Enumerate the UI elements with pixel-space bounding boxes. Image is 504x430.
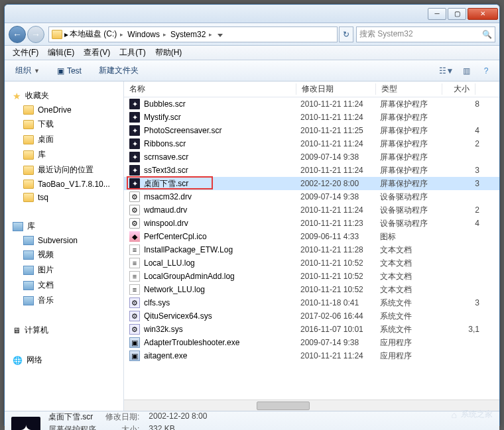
file-name: wdmaud.drv (144, 205, 300, 215)
forward-button[interactable]: → (27, 26, 44, 43)
sidebar-item[interactable]: 桌面 (10, 132, 118, 147)
scrollbar-thumb[interactable] (257, 402, 310, 410)
file-row[interactable]: ≡LocalGroupAdminAdd.log2010-11-21 10:52文… (124, 270, 499, 283)
computer-header[interactable]: 🖥 计算机 (10, 323, 118, 338)
file-row[interactable]: ✦Mystify.scr2010-11-21 11:24屏幕保护程序 (124, 111, 499, 124)
mod-date-value: 2002-12-20 8:00 (149, 411, 212, 423)
details-pane: ✦ 桌面下雪.scr 修改日期: 2002-12-20 8:00 屏幕保护程序 … (5, 411, 499, 430)
organize-button[interactable]: 组织 ▼ (10, 63, 45, 78)
help-button[interactable]: ? (478, 64, 494, 78)
sidebar-item[interactable]: TaoBao_V1.7.8.10... (10, 178, 118, 191)
file-row[interactable]: ✦PhotoScreensaver.scr2010-11-21 11:25屏幕保… (124, 124, 499, 137)
file-row[interactable]: ≡Local_LLU.log2010-11-21 10:52文本文档 (124, 256, 499, 270)
file-name: Mystify.scr (144, 113, 300, 122)
file-row[interactable]: ⚙wdmaud.drv2010-11-21 11:24设备驱动程序2 (124, 203, 499, 217)
test-button[interactable]: ▣ Test (52, 64, 87, 78)
file-name: Bubbles.scr (144, 99, 300, 109)
folder-icon (23, 150, 34, 160)
library-icon (23, 236, 34, 245)
col-name[interactable]: 名称 (124, 83, 296, 95)
close-button[interactable]: ✕ (468, 8, 498, 20)
file-list[interactable]: ✦Bubbles.scr2010-11-21 11:24屏幕保护程序8✦Myst… (124, 97, 499, 400)
titlebar[interactable]: ─ ▢ ✕ (5, 5, 499, 23)
file-name: AdapterTroubleshooter.exe (144, 338, 300, 347)
sidebar-item[interactable]: tsq (10, 191, 118, 204)
file-row[interactable]: ⚙win32k.sys2016-11-07 10:01系统文件3,1 (124, 323, 499, 336)
view-mode-button[interactable]: ☷ ▼ (438, 64, 454, 78)
minimize-button[interactable]: ─ (428, 8, 446, 20)
file-date: 2009-07-14 9:38 (300, 338, 380, 347)
file-row[interactable]: ✦scrnsave.scr2009-07-14 9:38屏幕保护程序 (124, 150, 499, 164)
sidebar-item[interactable]: 最近访问的位置 (10, 162, 118, 178)
file-icon: ≡ (129, 284, 140, 295)
menu-tools[interactable]: 工具(T) (115, 46, 149, 60)
file-row[interactable]: ≡Network_LLU.log2010-11-21 10:52文本文档 (124, 283, 499, 296)
menu-view[interactable]: 查看(V) (80, 46, 114, 60)
col-type[interactable]: 类型 (376, 83, 442, 95)
network-header[interactable]: 🌐 网络 (10, 352, 118, 368)
drive-icon (52, 30, 62, 39)
file-row[interactable]: ▣AdapterTroubleshooter.exe2009-07-14 9:3… (124, 336, 499, 349)
file-date: 2002-12-20 8:00 (300, 179, 380, 188)
file-row[interactable]: ✦Ribbons.scr2010-11-21 11:24屏幕保护程序2 (124, 137, 499, 150)
file-row[interactable]: ⚙winspool.drv2010-11-21 11:23设备驱动程序4 (124, 217, 499, 230)
address-dropdown[interactable] (214, 30, 226, 39)
breadcrumb[interactable]: Windows▸ (125, 30, 168, 39)
file-size: 4 (446, 126, 479, 135)
file-row[interactable]: ⚙msacm32.drv2009-07-14 9:38设备驱动程序 (124, 190, 499, 203)
sidebar-item[interactable]: Subversion (10, 234, 118, 247)
preview-pane-button[interactable]: ▥ (458, 64, 474, 78)
file-icon: ✦ (129, 152, 140, 162)
sidebar-item[interactable]: 视频 (10, 247, 118, 262)
favorites-header[interactable]: ★收藏夹 (10, 88, 118, 103)
file-type: 文本文档 (380, 284, 446, 296)
horizontal-scrollbar[interactable] (124, 400, 499, 411)
file-date: 2009-06-11 4:33 (300, 232, 380, 241)
file-type: 图标 (380, 231, 446, 242)
file-date: 2010-11-21 11:24 (300, 205, 380, 215)
menu-help[interactable]: 帮助(H) (151, 46, 186, 60)
column-headers: 名称 修改日期 类型 大小 (124, 81, 499, 97)
file-type: 应用程序 (380, 337, 446, 349)
new-folder-button[interactable]: 新建文件夹 (94, 63, 144, 78)
file-row[interactable]: ✦ssText3d.scr2010-11-21 11:24屏幕保护程序3 (124, 164, 499, 177)
file-row[interactable]: ⚙QituServicex64.sys2017-02-06 16:44系统文件 (124, 309, 499, 323)
file-icon: ◆ (129, 231, 140, 242)
libraries-header[interactable]: 库 (10, 219, 118, 234)
library-icon (23, 266, 34, 275)
file-icon: ⚙ (129, 191, 140, 202)
file-row[interactable]: ≡InstallPackage_ETW.Log2010-11-21 11:28文… (124, 243, 499, 256)
file-icon: ✦ (129, 99, 140, 109)
search-input[interactable]: 搜索 System32 🔍 (356, 27, 495, 42)
back-button[interactable]: ← (9, 26, 26, 43)
file-size: 3,1 (446, 325, 479, 334)
sidebar-item[interactable]: 库 (10, 147, 118, 162)
star-icon: ★ (13, 91, 21, 101)
menu-file[interactable]: 文件(F) (9, 46, 42, 60)
file-name: InstallPackage_ETW.Log (144, 245, 300, 254)
sidebar-item[interactable]: 文档 (10, 278, 118, 293)
sidebar-item[interactable]: 音乐 (10, 293, 118, 308)
sidebar-item[interactable]: 图片 (10, 262, 118, 278)
file-row[interactable]: ⚙clfs.sys2010-11-18 0:41系统文件3 (124, 296, 499, 309)
maximize-button[interactable]: ▢ (448, 8, 466, 20)
file-type: 系统文件 (380, 297, 446, 309)
nav-pane: ★收藏夹 OneDrive下载桌面库最近访问的位置TaoBao_V1.7.8.1… (5, 81, 124, 411)
selected-filename: 桌面下雪.scr (48, 411, 96, 423)
file-row[interactable]: ▣aitagent.exe2010-11-21 11:24应用程序 (124, 349, 499, 362)
search-placeholder: 搜索 System32 (359, 28, 413, 40)
col-date[interactable]: 修改日期 (296, 83, 376, 95)
file-row[interactable]: ✦桌面下雪.scr2002-12-20 8:00屏幕保护程序3 (124, 177, 499, 190)
file-row[interactable]: ✦Bubbles.scr2010-11-21 11:24屏幕保护程序8 (124, 97, 499, 111)
file-name: Local_LLU.log (144, 258, 300, 268)
file-date: 2010-11-21 11:24 (300, 351, 380, 360)
breadcrumb[interactable]: ▸ 本地磁盘 (C:)▸ (62, 28, 125, 40)
breadcrumb[interactable]: System32▸ (168, 30, 214, 39)
sidebar-item[interactable]: OneDrive (10, 103, 118, 117)
file-row[interactable]: ◆PerfCenterCpl.ico2009-06-11 4:33图标 (124, 230, 499, 243)
col-size[interactable]: 大小 (442, 83, 475, 95)
refresh-button[interactable]: ↻ (339, 27, 353, 42)
sidebar-item[interactable]: 下载 (10, 117, 118, 132)
menu-edit[interactable]: 编辑(E) (44, 46, 78, 60)
address-bar[interactable]: ▸ 本地磁盘 (C:)▸ Windows▸ System32▸ (48, 27, 338, 42)
